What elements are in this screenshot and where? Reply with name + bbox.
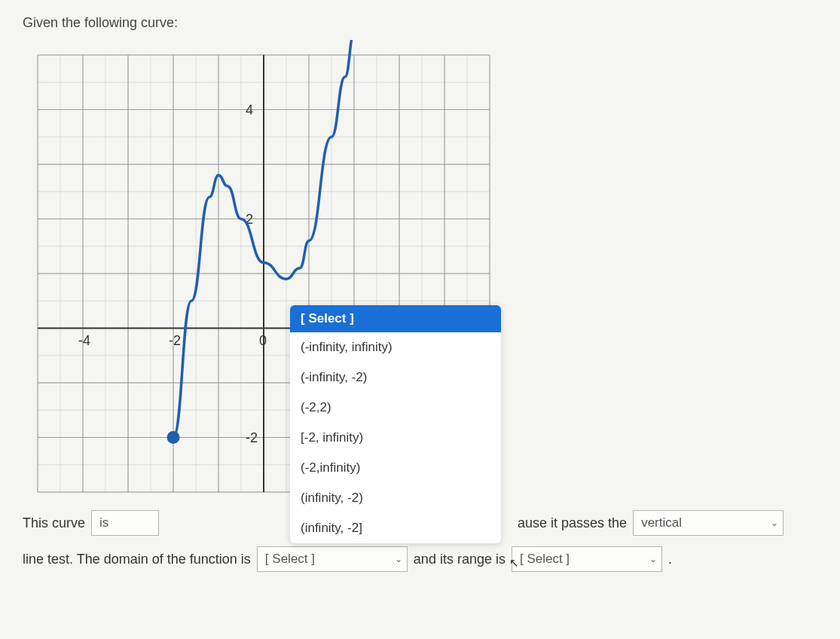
select-is-value: is xyxy=(99,515,108,530)
text-line-test: line test. The domain of the function is xyxy=(23,552,251,567)
question-prompt: Given the following curve: xyxy=(23,15,817,31)
cursor-icon: ↖ xyxy=(509,556,519,570)
text-range-is: and its range is xyxy=(414,552,506,567)
chevron-down-icon: ⌄ xyxy=(771,518,778,528)
dropdown-option[interactable]: (infinity, -2) xyxy=(290,483,501,513)
select-is[interactable]: is xyxy=(91,510,159,536)
dropdown-option[interactable]: [-2, infinity) xyxy=(290,423,501,453)
chevron-down-icon: ⌄ xyxy=(649,554,657,564)
text-this-curve: This curve xyxy=(23,515,85,531)
select-vertical[interactable]: vertical ⌄ xyxy=(633,510,783,536)
svg-text:0: 0 xyxy=(259,333,267,348)
select-dropdown-open[interactable]: [ Select ] (-infinity, infinity)(-infini… xyxy=(290,305,501,543)
select-domain[interactable]: [ Select ] ⌄ xyxy=(257,546,408,572)
dropdown-option[interactable]: (-infinity, -2) xyxy=(290,362,501,393)
text-period: . xyxy=(668,552,672,567)
chevron-down-icon: ⌄ xyxy=(395,554,402,564)
dropdown-option[interactable]: (-2,infinity) xyxy=(290,453,501,483)
svg-text:-4: -4 xyxy=(78,333,90,348)
dropdown-option[interactable]: (infinity, -2] xyxy=(290,513,501,543)
text-because-fragment: ause it passes the xyxy=(518,515,627,531)
svg-text:-2: -2 xyxy=(246,430,258,445)
select-domain-value: [ Select ] xyxy=(265,552,315,566)
select-vertical-value: vertical xyxy=(641,515,682,530)
dropdown-header[interactable]: [ Select ] xyxy=(290,305,501,332)
select-range[interactable]: [ Select ] ⌄ ↖ xyxy=(512,546,662,572)
svg-text:4: 4 xyxy=(246,102,253,118)
select-range-value: [ Select ] xyxy=(520,552,570,566)
svg-text:-2: -2 xyxy=(169,333,181,348)
dropdown-option[interactable]: (-infinity, infinity) xyxy=(290,332,501,362)
dropdown-option[interactable]: (-2,2) xyxy=(290,393,501,423)
svg-point-66 xyxy=(168,433,179,443)
